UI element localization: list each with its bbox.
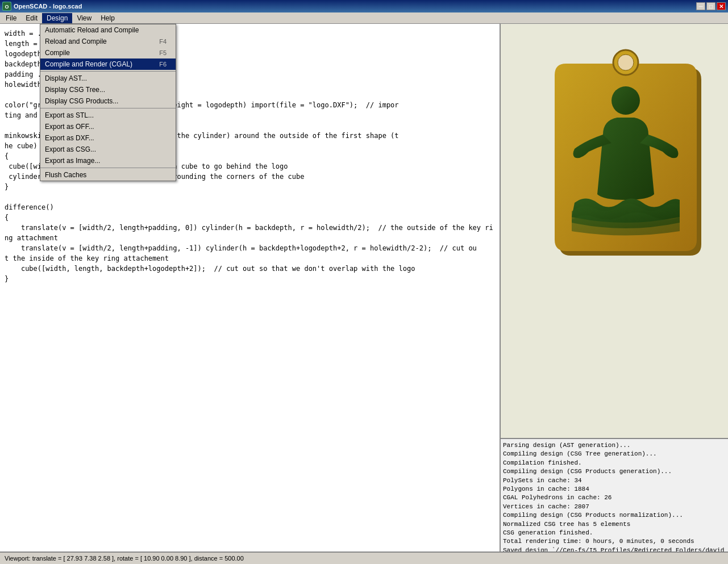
design-dropdown-menu: Automatic Reload and Compile Reload and …: [40, 24, 176, 181]
titlebar: O OpenSCAD - logo.scad ─ □ ✕: [0, 0, 728, 12]
console-line: Vertices in cache: 2807: [503, 503, 726, 511]
close-button[interactable]: ✕: [717, 2, 726, 10]
minimize-button[interactable]: ─: [696, 2, 705, 10]
menu-display-csg-products[interactable]: Display CSG Products...: [40, 95, 176, 107]
console-line: Compiling design (CSG Products normaliza…: [503, 511, 726, 520]
console-output: Parsing design (AST generation)... Compi…: [501, 438, 728, 552]
menu-export-csg[interactable]: Export as CSG...: [40, 144, 176, 155]
svg-text:O: O: [5, 4, 9, 10]
svg-point-3: [618, 55, 634, 70]
menu-export-image[interactable]: Export as Image...: [40, 155, 176, 166]
statusbar: Viewport: translate = [ 27.93 7.38 2.58 …: [0, 552, 728, 564]
menu-view[interactable]: View: [72, 13, 96, 23]
menu-export-stl[interactable]: Export as STL...: [40, 110, 176, 121]
console-line: Compiling design (CSG Tree generation)..…: [503, 450, 726, 458]
console-line: Parsing design (AST generation)...: [503, 441, 726, 450]
console-line: CGAL Polyhedrons in cache: 26: [503, 494, 726, 502]
menu-separator-3: [40, 168, 176, 168]
right-pane: Parsing design (AST generation)... Compi…: [501, 24, 728, 552]
menu-reload-compile[interactable]: Reload and Compile F4: [40, 36, 176, 47]
menu-export-off[interactable]: Export as OFF...: [40, 121, 176, 132]
menu-edit[interactable]: Edit: [21, 13, 42, 23]
menu-auto-reload[interactable]: Automatic Reload and Compile: [40, 24, 176, 36]
menu-separator-2: [40, 108, 176, 108]
menu-design[interactable]: Design: [42, 13, 72, 23]
console-line: Total rendering time: 0 hours, 0 minutes…: [503, 537, 726, 546]
console-line: CSG generation finished.: [503, 529, 726, 537]
svg-point-4: [611, 86, 640, 115]
3d-viewport[interactable]: [501, 24, 728, 438]
app-icon: O: [2, 2, 11, 11]
console-line: Saved design `//Cen-fs/I5 Profiles/Redir…: [503, 546, 726, 552]
console-line: Normalized CSG tree has 5 elements: [503, 520, 726, 529]
menu-display-csg-tree[interactable]: Display CSG Tree...: [40, 84, 176, 95]
rendered-model: [529, 47, 711, 257]
console-line: PolySets in cache: 34: [503, 477, 726, 485]
menu-file[interactable]: File: [1, 13, 21, 23]
statusbar-text: Viewport: translate = [ 27.93 7.38 2.58 …: [5, 555, 244, 562]
console-line: Polygons in cache: 1884: [503, 485, 726, 494]
menu-display-ast[interactable]: Display AST...: [40, 73, 176, 84]
menu-compile[interactable]: Compile F5: [40, 47, 176, 59]
menu-separator-1: [40, 71, 176, 72]
window-title: OpenSCAD - logo.scad: [14, 3, 82, 10]
menu-export-dxf[interactable]: Export as DXF...: [40, 132, 176, 144]
titlebar-left: O OpenSCAD - logo.scad: [2, 2, 82, 11]
menubar: File Edit Design View Help: [0, 12, 728, 24]
console-line: Compiling design (CSG Products generatio…: [503, 467, 726, 476]
console-line: Compilation finished.: [503, 459, 726, 467]
menu-compile-render[interactable]: Compile and Render (CGAL) F6: [40, 59, 176, 70]
titlebar-buttons: ─ □ ✕: [696, 2, 726, 10]
maximize-button[interactable]: □: [706, 2, 715, 10]
menu-flush-caches[interactable]: Flush Caches: [40, 169, 176, 181]
menu-help[interactable]: Help: [96, 13, 119, 23]
